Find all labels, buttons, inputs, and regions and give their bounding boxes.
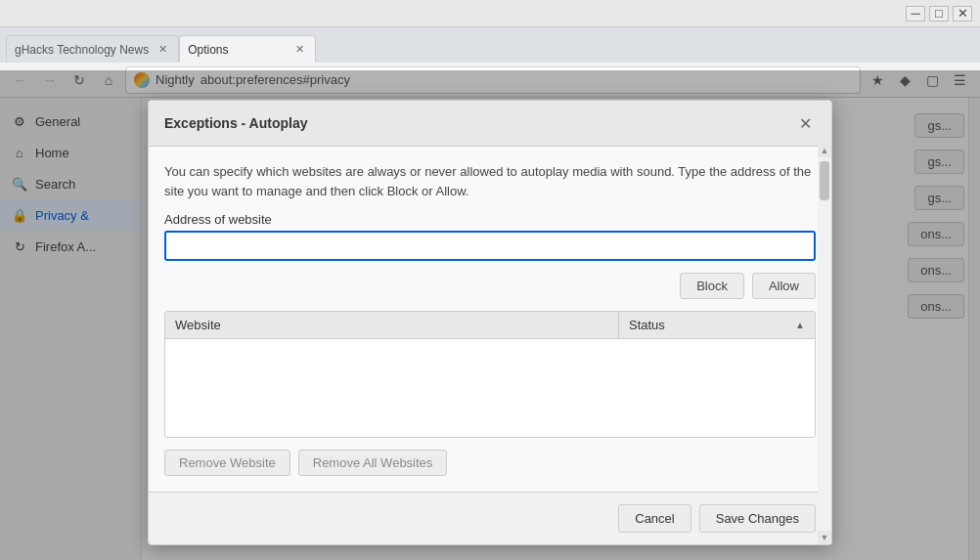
tab-ghacks-close[interactable]: ✕ [155,42,170,58]
table-body [165,339,815,437]
tab-ghacks[interactable]: gHacks Technology News ✕ [6,35,179,63]
close-window-button[interactable]: ✕ [953,6,972,22]
action-buttons: Block Allow [164,273,816,299]
table-header: Website Status ▲ [165,312,815,339]
address-section: Address of website [164,212,816,261]
dialog-footer: Cancel Save Changes [149,492,831,544]
remove-website-button[interactable]: Remove Website [164,450,290,476]
scroll-up-arrow[interactable]: ▲ [818,144,831,157]
dialog-title: Exceptions - Autoplay [164,115,308,131]
scroll-down-arrow[interactable]: ▼ [818,531,831,544]
bottom-section: Remove Website Remove All Websites [164,450,816,476]
dialog-description: You can specify which websites are alway… [164,162,816,200]
address-input[interactable] [164,231,816,261]
modal-overlay: Exceptions - Autoplay ✕ ▲ ▼ You can spec… [0,70,980,560]
tab-options[interactable]: Options ✕ [179,35,316,63]
col-website-header: Website [165,312,619,338]
cancel-button[interactable]: Cancel [618,504,690,533]
window-titlebar: ─ □ ✕ [0,0,980,27]
col-status-header[interactable]: Status ▲ [619,312,815,338]
remove-all-websites-button[interactable]: Remove All Websites [298,450,448,476]
website-table: Website Status ▲ [164,311,816,438]
address-label: Address of website [164,212,816,227]
sort-arrow-icon: ▲ [795,320,805,330]
col-status-label: Status [629,318,665,332]
block-button[interactable]: Block [680,273,744,299]
save-changes-button[interactable]: Save Changes [699,504,816,533]
allow-button[interactable]: Allow [752,273,816,299]
exceptions-dialog: Exceptions - Autoplay ✕ ▲ ▼ You can spec… [148,100,832,545]
tab-bar: gHacks Technology News ✕ Options ✕ [0,27,980,63]
dialog-close-button[interactable]: ✕ [794,112,816,134]
tab-ghacks-label: gHacks Technology News [15,43,149,57]
dialog-header: Exceptions - Autoplay ✕ [149,101,831,147]
tab-options-close[interactable]: ✕ [291,42,307,58]
tab-options-label: Options [188,43,286,57]
dialog-body: You can specify which websites are alway… [149,147,831,492]
restore-button[interactable]: □ [929,6,949,22]
remove-buttons: Remove Website Remove All Websites [164,450,447,476]
minimize-button[interactable]: ─ [906,6,925,22]
